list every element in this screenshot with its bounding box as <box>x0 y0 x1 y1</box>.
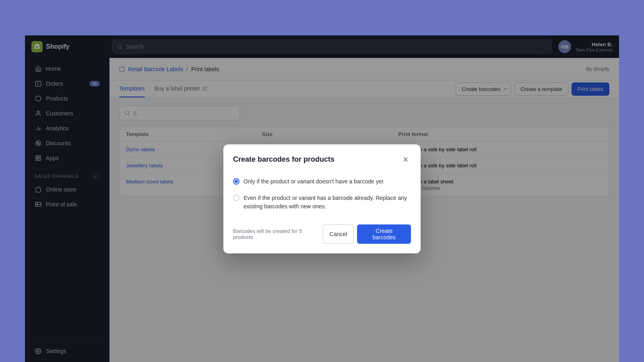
cancel-button[interactable]: Cancel <box>323 224 354 244</box>
radio-input-only-missing[interactable] <box>233 178 239 185</box>
modal-options: Only if the product or variant doesn't h… <box>233 173 411 215</box>
create-barcodes-modal: Create barcodes for products ✕ Only if t… <box>223 144 421 253</box>
modal-actions: Cancel Create barcodes <box>323 224 411 244</box>
create-barcodes-confirm-button[interactable]: Create barcodes <box>357 224 411 244</box>
radio-input-replace-all[interactable] <box>233 195 239 201</box>
modal-footer: Barcodes will be created for 5 products … <box>233 224 411 244</box>
radio-option-only-missing[interactable]: Only if the product or variant doesn't h… <box>233 173 411 190</box>
radio-dot <box>235 180 238 183</box>
modal-close-button[interactable]: ✕ <box>400 154 411 165</box>
modal-status-text: Barcodes will be created for 5 products <box>233 228 323 240</box>
radio-option-replace-all[interactable]: Even if the product or variant has a bar… <box>233 190 411 215</box>
modal-overlay[interactable]: Create barcodes for products ✕ Only if t… <box>25 35 619 362</box>
modal-title: Create barcodes for products <box>233 155 334 164</box>
app-container: Shopify Search HB Helen B. Titan Plus Ex… <box>25 35 619 362</box>
radio-label-replace-all: Even if the product or variant has a bar… <box>244 194 411 211</box>
radio-label-only-missing: Only if the product or variant doesn't h… <box>244 177 383 186</box>
modal-header: Create barcodes for products ✕ <box>233 154 411 165</box>
